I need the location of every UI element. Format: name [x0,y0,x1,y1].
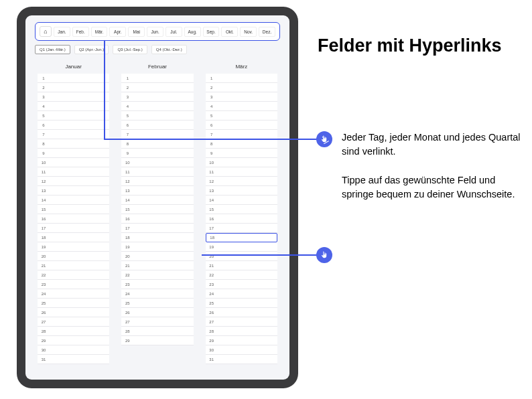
day-cell[interactable]: 26 [38,308,109,317]
day-cell[interactable]: 26 [206,308,277,317]
day-cell[interactable]: 9 [121,149,193,158]
day-cell[interactable]: 8 [206,139,277,149]
day-cell[interactable]: 11 [38,167,109,177]
month-tab-feb[interactable]: Feb. [72,27,89,37]
day-cell[interactable]: 13 [38,186,109,195]
day-cell[interactable]: 16 [121,214,193,224]
day-cell[interactable]: 20 [206,252,277,261]
day-cell[interactable]: 12 [206,177,277,186]
month-tab-apr[interactable]: Apr. [109,27,126,37]
day-cell[interactable]: 17 [206,224,277,233]
day-cell[interactable]: 28 [121,327,193,336]
month-tab-jan[interactable]: Jan. [54,27,70,37]
day-cell[interactable]: 22 [121,270,193,280]
day-cell[interactable]: 5 [38,111,109,121]
day-cell[interactable]: 10 [38,158,109,167]
day-cell[interactable]: 24 [206,289,277,299]
month-tab-aug[interactable]: Aug. [184,27,201,37]
month-tab-nov[interactable]: Nov. [240,27,257,37]
month-tab-dez[interactable]: Dez. [259,27,275,37]
day-cell[interactable]: 6 [121,121,193,130]
day-cell[interactable]: 12 [38,177,109,186]
day-cell[interactable]: 24 [121,289,193,299]
day-cell[interactable]: 21 [121,261,193,270]
day-cell[interactable]: 29 [206,336,277,345]
day-cell[interactable]: 29 [121,336,193,345]
day-cell[interactable]: 18 [38,233,109,242]
quarter-tab-q3[interactable]: Q3 (Jul.-Sep.) [113,45,147,54]
home-button[interactable]: ⌂ [40,26,52,37]
day-cell[interactable]: 6 [38,121,109,130]
day-cell[interactable]: 22 [38,270,109,280]
day-cell[interactable]: 17 [38,224,109,233]
day-cell[interactable]: 27 [206,317,277,327]
day-cell[interactable]: 23 [121,280,193,289]
day-cell[interactable]: 9 [38,149,109,158]
day-cell[interactable]: 27 [121,317,193,327]
day-cell[interactable]: 14 [206,195,277,205]
day-cell[interactable]: 23 [38,280,109,289]
day-cell[interactable]: 27 [38,317,109,327]
quarter-tab-q4[interactable]: Q4 (Okt.-Dez.) [151,45,187,54]
day-cell[interactable]: 22 [206,270,277,280]
day-cell[interactable]: 25 [206,299,277,308]
month-tab-sep[interactable]: Sep. [203,27,220,37]
day-cell[interactable]: 18 [121,233,193,242]
day-cell[interactable]: 4 [38,102,109,111]
day-cell[interactable]: 5 [121,111,193,121]
day-cell[interactable]: 2 [38,83,109,92]
day-cell[interactable]: 18 [206,233,277,242]
day-cell[interactable]: 1 [206,74,277,83]
day-cell[interactable]: 3 [121,92,193,102]
day-cell[interactable]: 24 [38,289,109,299]
day-cell[interactable]: 2 [206,83,277,92]
day-cell[interactable]: 14 [38,195,109,205]
day-cell[interactable]: 26 [121,308,193,317]
day-cell[interactable]: 1 [38,74,109,83]
day-cell[interactable]: 28 [206,327,277,336]
day-cell[interactable]: 23 [206,280,277,289]
day-cell[interactable]: 12 [121,177,193,186]
day-cell[interactable]: 5 [206,111,277,121]
day-cell[interactable]: 13 [121,186,193,195]
day-cell[interactable]: 19 [206,242,277,252]
day-cell[interactable]: 3 [38,92,109,102]
day-cell[interactable]: 20 [38,252,109,261]
day-cell[interactable]: 2 [121,83,193,92]
day-cell[interactable]: 17 [121,224,193,233]
day-cell[interactable]: 16 [206,214,277,224]
day-cell[interactable]: 15 [38,205,109,214]
day-cell[interactable]: 30 [38,345,109,355]
day-cell[interactable]: 10 [121,158,193,167]
day-cell[interactable]: 3 [206,92,277,102]
day-cell[interactable]: 21 [38,261,109,270]
day-cell[interactable]: 15 [121,205,193,214]
day-cell[interactable]: 21 [206,261,277,270]
day-cell[interactable]: 31 [206,355,277,364]
day-cell[interactable]: 1 [121,74,193,83]
month-tab-okt[interactable]: Okt. [221,27,238,37]
day-cell[interactable]: 8 [38,139,109,149]
day-cell[interactable]: 28 [38,327,109,336]
day-cell[interactable]: 8 [121,139,193,149]
day-cell[interactable]: 29 [38,336,109,345]
day-cell[interactable]: 30 [206,345,277,355]
day-cell[interactable]: 11 [206,167,277,177]
day-cell[interactable]: 4 [206,102,277,111]
day-cell[interactable]: 14 [121,195,193,205]
day-cell[interactable]: 19 [121,242,193,252]
month-tab-mär[interactable]: Mär. [91,27,108,37]
day-cell[interactable]: 9 [206,149,277,158]
day-cell[interactable]: 31 [38,355,109,364]
day-cell[interactable]: 15 [206,205,277,214]
month-tab-jul[interactable]: Jul. [165,27,182,37]
quarter-tab-q1[interactable]: Q1 (Jan.-Mär.) [35,45,70,54]
day-cell[interactable]: 19 [38,242,109,252]
day-cell[interactable]: 13 [206,186,277,195]
day-cell[interactable]: 11 [121,167,193,177]
day-cell[interactable]: 7 [121,130,193,139]
day-cell[interactable]: 20 [121,252,193,261]
day-cell[interactable]: 7 [38,130,109,139]
month-tab-jun[interactable]: Jun. [147,27,163,37]
day-cell[interactable]: 25 [38,299,109,308]
